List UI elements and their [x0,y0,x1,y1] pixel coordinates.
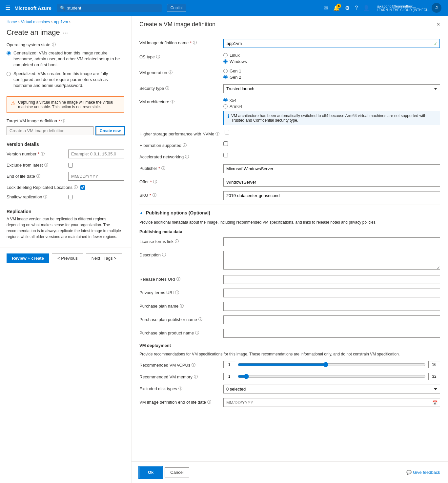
vm-arch-arm64-radio[interactable] [223,104,228,109]
purchase-plan-publisher-info-icon[interactable]: ⓘ [198,317,202,322]
release-notes-info-icon[interactable]: ⓘ [176,276,180,282]
copilot-button[interactable]: Copilot [167,4,186,12]
next-tags-button[interactable]: Next : Tags > [86,253,122,263]
ok-button[interactable]: Ok [139,467,162,478]
license-terms-info-icon[interactable]: ⓘ [175,239,179,244]
left-panel: Home › Virtual machines › app1vm › Creat… [0,16,131,483]
security-type-label: Security type [139,86,164,91]
search-input[interactable] [67,6,153,10]
avatar[interactable]: J [432,3,441,13]
offer-info-icon[interactable]: ⓘ [153,179,157,185]
warning-box: ⚠ Capturing a virtual machine image will… [7,96,124,113]
purchase-plan-name-info-icon[interactable]: ⓘ [180,303,184,309]
exclude-latest-checkbox[interactable] [68,163,73,168]
vm-arch-x64-radio[interactable] [223,98,228,102]
help-icon[interactable]: ? [353,3,360,13]
publishing-options-header[interactable]: ▲ Publishing options (Optional) [139,210,440,215]
excluded-disk-types-select[interactable]: 0 selected [223,385,440,393]
breadcrumb-virtual-machines[interactable]: Virtual machines [21,20,50,24]
os-state-generalized-radio[interactable] [7,51,11,55]
higher-storage-info-icon[interactable]: ⓘ [215,131,219,137]
os-state-info-icon[interactable]: ⓘ [52,42,56,48]
accelerated-networking-checkbox[interactable] [223,153,228,157]
description-info-icon[interactable]: ⓘ [162,252,166,258]
search-bar[interactable]: 🔍 [57,4,162,12]
vm-gen2-radio[interactable] [223,75,228,79]
version-number-info-icon[interactable]: ⓘ [41,151,45,157]
recommended-memory-min-input[interactable] [223,373,235,380]
replication-section: Replication A VM image version can be re… [0,204,131,242]
breadcrumb-app1vm[interactable]: app1vm [54,20,68,24]
vm-generation-info-icon[interactable]: ⓘ [169,70,173,75]
purchase-plan-name-input[interactable] [223,302,440,311]
os-type-windows-radio[interactable] [223,59,228,64]
end-of-life-input[interactable] [68,172,124,181]
recommended-memory-max-input[interactable] [428,373,440,380]
create-new-button[interactable]: Create new [96,127,124,135]
purchase-plan-product-input[interactable] [223,329,440,338]
user-account[interactable]: jakapong@learninthec... LEARN IN THE CLO… [374,3,444,13]
vm-gen1-radio[interactable] [223,69,228,73]
accelerated-networking-info-icon[interactable]: ⓘ [185,154,189,160]
calendar-icon[interactable]: 📅 [432,400,438,405]
os-state-specialized-radio[interactable] [7,72,11,76]
higher-storage-label: Higher storage performance with NVMe [139,131,214,136]
description-textarea[interactable] [223,251,440,270]
sku-input[interactable] [223,191,440,200]
vm-image-def-required: * [190,40,192,45]
target-vm-input[interactable] [7,126,93,135]
lock-deleting-checkbox[interactable] [80,185,85,190]
vm-architecture-info-icon[interactable]: ⓘ [171,99,174,105]
privacy-terms-input[interactable] [223,289,440,297]
hibernation-info-icon[interactable]: ⓘ [183,143,187,148]
version-number-input[interactable] [68,150,124,158]
settings-icon[interactable]: ⚙ [343,3,352,13]
release-notes-input[interactable] [223,275,440,284]
flyout-header: Create a VM image definition × [132,16,448,32]
recommended-vcpus-slider[interactable] [238,362,426,367]
cancel-button[interactable]: Cancel [165,467,189,477]
excluded-disk-types-info-icon[interactable]: ⓘ [178,386,182,392]
vm-image-end-of-life-input[interactable] [223,398,440,407]
end-of-life-info-icon[interactable]: ⓘ [36,173,40,179]
recommended-vcpus-max-input[interactable] [428,361,440,368]
exclude-latest-info-icon[interactable]: ⓘ [44,162,48,168]
recommended-vcpus-info-icon[interactable]: ⓘ [192,362,195,368]
publisher-input[interactable] [223,164,440,173]
os-type-info-icon[interactable]: ⓘ [156,54,160,60]
recommended-memory-slider[interactable] [238,374,426,379]
hibernation-checkbox[interactable] [223,141,228,146]
publisher-info-icon[interactable]: ⓘ [161,166,165,171]
license-terms-input[interactable] [223,237,440,246]
flyout-close-button[interactable]: × [437,21,440,28]
target-vm-info-icon[interactable]: ⓘ [61,118,65,124]
more-options-icon[interactable]: ··· [63,29,68,36]
purchase-plan-product-info-icon[interactable]: ⓘ [195,330,199,336]
higher-storage-checkbox[interactable] [225,130,229,134]
email-icon[interactable]: ✉ [322,3,330,13]
breadcrumb-home[interactable]: Home [7,20,17,24]
previous-button[interactable]: < Previous [52,253,83,263]
lock-deleting-info-icon[interactable]: ⓘ [74,185,78,190]
privacy-terms-info-icon[interactable]: ⓘ [175,290,179,295]
recommended-vcpus-min-input[interactable] [223,361,235,368]
warning-text: Capturing a virtual machine image will m… [18,100,120,109]
purchase-plan-publisher-input[interactable] [223,315,440,324]
vm-image-def-name-input[interactable] [223,39,440,48]
os-state-specialized-label: Specialized: VMs created from this image… [13,71,124,89]
give-feedback-button[interactable]: 💬 Give feedback [406,470,440,475]
security-type-select[interactable]: Trusted launch [223,84,440,93]
user-profile-icon[interactable]: 👤 [361,3,372,13]
shallow-replication-info-icon[interactable]: ⓘ [43,194,47,200]
shallow-replication-checkbox[interactable] [68,195,73,199]
sku-info-icon[interactable]: ⓘ [153,192,156,198]
review-create-button[interactable]: Review + create [7,253,49,263]
security-type-info-icon[interactable]: ⓘ [165,86,169,91]
notification-icon[interactable]: 🔔 6 [331,3,342,13]
vm-image-end-of-life-info-icon[interactable]: ⓘ [207,399,211,405]
os-type-linux-radio[interactable] [223,53,228,57]
hamburger-icon[interactable]: ☰ [4,3,12,13]
recommended-memory-info-icon[interactable]: ⓘ [194,374,198,380]
vm-image-def-info-icon[interactable]: ⓘ [193,40,197,46]
offer-input[interactable] [223,178,440,187]
